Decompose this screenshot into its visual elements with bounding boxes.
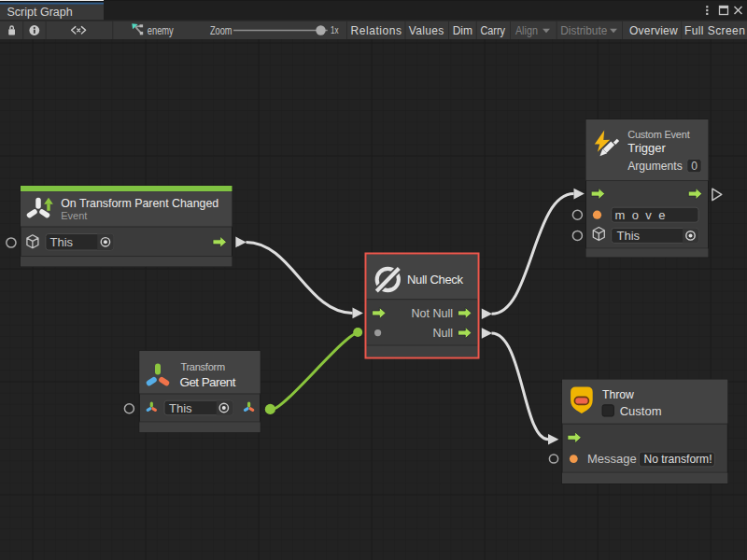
svg-text:Values: Values: [409, 24, 444, 37]
svg-text:Relations: Relations: [351, 24, 402, 37]
svg-text:This: This: [617, 229, 641, 243]
svg-text:Full Screen: Full Screen: [684, 24, 745, 37]
svg-text:Align: Align: [515, 24, 538, 37]
svg-text:Custom: Custom: [620, 404, 662, 418]
svg-text:On Transform Parent Changed: On Transform Parent Changed: [61, 196, 218, 210]
svg-text:No transform!: No transform!: [644, 452, 712, 466]
svg-text:Trigger: Trigger: [627, 141, 666, 155]
svg-text:Transform: Transform: [180, 361, 225, 372]
svg-text:This: This: [169, 401, 192, 415]
svg-text:Custom Event: Custom Event: [627, 129, 690, 140]
svg-text:Throw: Throw: [602, 387, 634, 401]
svg-text:Not Null: Not Null: [412, 307, 453, 320]
svg-text:Overview: Overview: [629, 24, 678, 37]
svg-text:Null: Null: [432, 327, 453, 340]
svg-text:Dim: Dim: [453, 24, 472, 37]
svg-text:Zoom: Zoom: [210, 24, 233, 37]
svg-text:Distribute: Distribute: [560, 24, 607, 37]
svg-text:Arguments: Arguments: [627, 159, 683, 173]
svg-text:Message: Message: [587, 452, 637, 466]
svg-text:enemy: enemy: [148, 24, 174, 37]
svg-text:Event: Event: [61, 210, 87, 221]
svg-text:Get Parent: Get Parent: [180, 375, 236, 389]
svg-text:Script Graph: Script Graph: [7, 6, 73, 19]
svg-text:1x: 1x: [331, 24, 339, 35]
svg-text:This: This: [50, 235, 74, 249]
svg-text:0: 0: [691, 160, 698, 173]
svg-text:Carry: Carry: [480, 24, 505, 37]
svg-text:Null Check: Null Check: [407, 273, 464, 287]
